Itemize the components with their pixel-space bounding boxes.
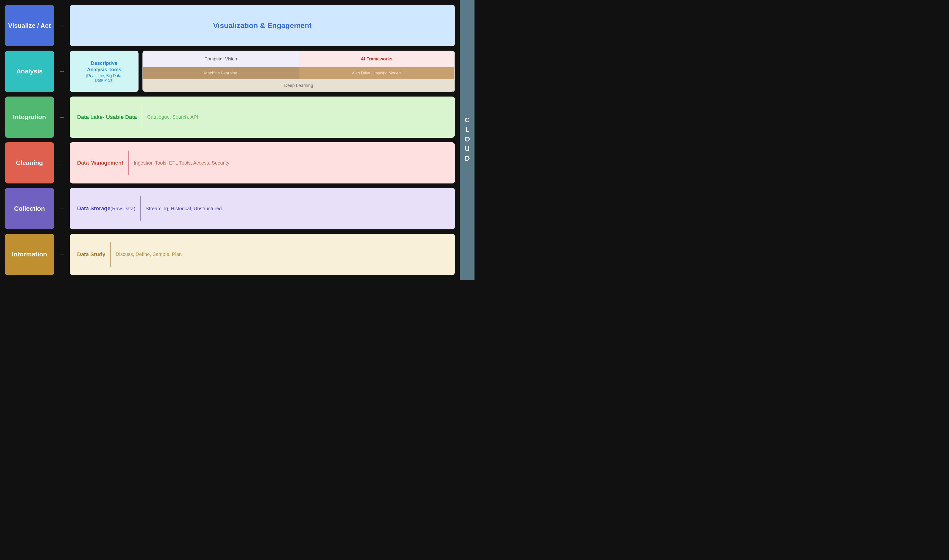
- label-visualize: Visualize / Act: [5, 5, 54, 46]
- panel-analysis: DescriptiveAnalysis Tools (Real-time, Bi…: [70, 51, 455, 92]
- cleaning-main-text: Data Management: [77, 160, 123, 166]
- info-main-text: Data Study: [77, 251, 105, 258]
- arrow-visualize: →: [59, 22, 65, 29]
- integration-sub-text: Catalogue, Search, API: [147, 114, 198, 120]
- analysis-cv-cell: Computer Vision: [143, 51, 299, 67]
- collection-sub-text: Streaming, Historical, Unstructured: [146, 206, 222, 211]
- row-visualize: Visualize / Act → Visualization & Engage…: [5, 5, 455, 46]
- analysis-top-row: Computer Vision AI Frameworks: [143, 51, 454, 67]
- collection-main-text: Data Storage: [77, 205, 111, 212]
- label-analysis: Analysis: [5, 51, 54, 92]
- info-divider: [110, 242, 111, 267]
- label-collection: Collection: [5, 188, 54, 229]
- analysis-ml-row: Machine Learning Auto Drive / Imaging Mo…: [143, 67, 454, 79]
- analysis-left-box: DescriptiveAnalysis Tools (Real-time, Bi…: [70, 51, 138, 92]
- visualize-title: Visualization & Engagement: [213, 22, 311, 30]
- analysis-descriptive-title: DescriptiveAnalysis Tools: [87, 60, 122, 73]
- label-integration: Integration: [5, 97, 54, 138]
- integration-main-text: Data Lake- Usable Data: [77, 114, 137, 120]
- analysis-ml-cell: Machine Learning: [143, 67, 299, 79]
- row-integration: Integration → Data Lake- Usable Data Cat…: [5, 97, 455, 138]
- row-information: Information → Data Study Discuss, Define…: [5, 234, 455, 275]
- analysis-ml-right-cell: Auto Drive / Imaging Models: [299, 67, 455, 79]
- analysis-descriptive-sub: (Real-time, Big Data,Data Mart): [86, 74, 123, 83]
- cloud-sidebar: CLOUD: [460, 0, 475, 280]
- arrow-analysis: →: [59, 68, 65, 75]
- analysis-dl-cell: Deep Learning: [143, 79, 454, 91]
- panel-integration: Data Lake- Usable Data Catalogue, Search…: [70, 97, 455, 138]
- row-collection: Collection → Data Storage (Raw Data) Str…: [5, 188, 455, 229]
- cleaning-divider: [128, 151, 129, 175]
- cloud-label: CLOUD: [463, 116, 471, 164]
- analysis-ai-cell: AI Frameworks: [299, 51, 455, 67]
- arrow-information: →: [59, 251, 65, 258]
- row-cleaning: Cleaning → Data Management Ingestion Too…: [5, 142, 455, 183]
- integration-divider: [142, 105, 142, 129]
- arrow-cleaning: →: [59, 159, 65, 166]
- panel-visualize: Visualization & Engagement: [70, 5, 455, 46]
- row-analysis: Analysis → DescriptiveAnalysis Tools (Re…: [5, 51, 455, 92]
- info-sub-text: Discuss, Define, Sample, Plan: [116, 251, 182, 257]
- label-information: Information: [5, 234, 54, 275]
- cleaning-sub-text: Ingestion Tools, ETL Tools, Access, Secu…: [134, 160, 229, 166]
- label-cleaning: Cleaning: [5, 142, 54, 183]
- arrow-collection: →: [59, 205, 65, 212]
- arrow-integration: →: [59, 114, 65, 121]
- panel-cleaning: Data Management Ingestion Tools, ETL Too…: [70, 142, 455, 183]
- analysis-right-box: Computer Vision AI Frameworks Machine Le…: [143, 51, 455, 92]
- main-content: Visualize / Act → Visualization & Engage…: [0, 0, 460, 280]
- panel-information: Data Study Discuss, Define, Sample, Plan: [70, 234, 455, 275]
- panel-collection: Data Storage (Raw Data) Streaming, Histo…: [70, 188, 455, 229]
- collection-raw-text: (Raw Data): [111, 206, 135, 211]
- collection-divider: [140, 196, 141, 221]
